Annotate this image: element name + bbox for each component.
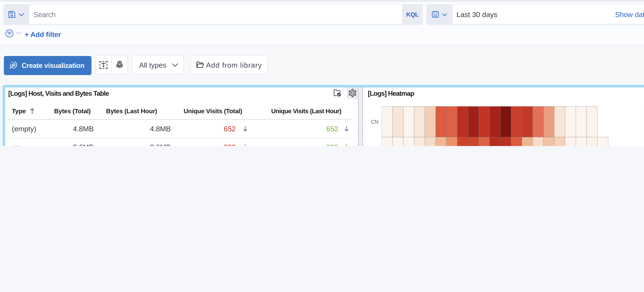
- svg-text:CN: CN: [371, 119, 378, 125]
